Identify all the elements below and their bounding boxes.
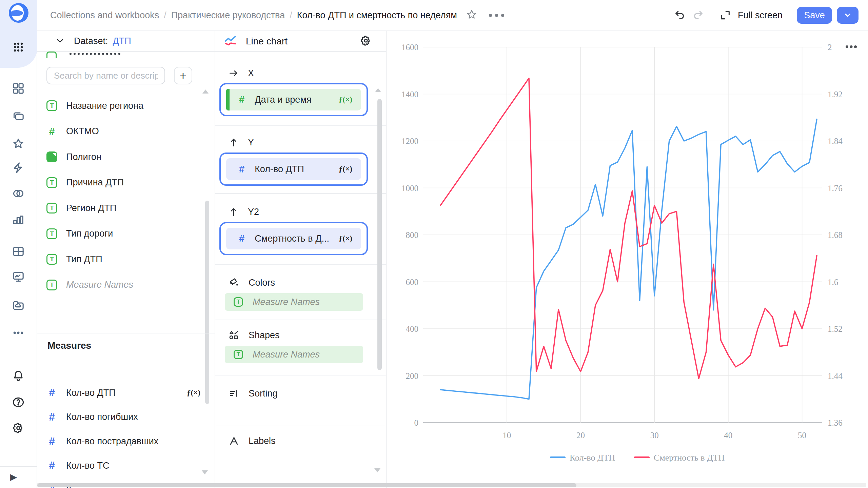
- dimension-row[interactable]: T Тип дороги: [46, 224, 206, 243]
- breadcrumb-collections[interactable]: Collections and workbooks: [50, 10, 159, 21]
- line-chart[interactable]: 01.362001.444001.526001.68001.6810001.76…: [387, 31, 868, 488]
- squares-icon[interactable]: [7, 79, 29, 98]
- dimension-row[interactable]: T Регион ДТП: [46, 199, 206, 218]
- undo-icon[interactable]: [671, 6, 689, 24]
- chart-type-label[interactable]: Line chart: [246, 36, 288, 47]
- gear-icon[interactable]: [7, 419, 29, 437]
- measures-divider: [37, 333, 215, 333]
- field-label: Кол-во пострадавших: [66, 436, 158, 447]
- breadcrumb: Collections and workbooks / Практические…: [50, 10, 457, 21]
- chart-menu-icon: [854, 45, 857, 48]
- svg-text:400: 400: [406, 324, 419, 333]
- shapes-field-pill[interactable]: T Measure Names: [225, 346, 363, 363]
- dimension-row[interactable]: T Причина ДТП: [46, 173, 206, 192]
- section-divider: [215, 375, 386, 375]
- dataset-name-link[interactable]: ДТП: [113, 36, 131, 46]
- dataset-label: Dataset:: [74, 36, 108, 46]
- dimension-row[interactable]: T Тип ДТП: [46, 250, 206, 269]
- venn-icon[interactable]: [7, 184, 29, 203]
- breadcrumb-workbook[interactable]: Практические руководства: [171, 10, 285, 21]
- help-icon[interactable]: [7, 393, 29, 411]
- chart-config-panel: Line chart X # Дата и время ƒ(×) Y: [215, 31, 387, 488]
- more-menu-icon[interactable]: [489, 14, 504, 17]
- datalens-logo[interactable]: [9, 3, 28, 23]
- svg-text:1.68: 1.68: [828, 230, 843, 240]
- y2-field-pill[interactable]: # Смертность в Д... ƒ(×): [219, 222, 368, 255]
- formula-badge: ƒ(×): [187, 388, 200, 397]
- fullscreen-icon[interactable]: [716, 6, 734, 24]
- field-label: Название региона: [66, 101, 143, 111]
- measure-row[interactable]: # Кол-во ТС: [46, 456, 206, 475]
- colors-field-pill[interactable]: T Measure Names: [225, 293, 363, 311]
- text-field-icon: T: [46, 203, 57, 214]
- y-field-label: Кол-во ДТП: [255, 164, 304, 175]
- text-field-icon: T: [46, 280, 57, 290]
- bolt-icon[interactable]: [7, 159, 29, 177]
- dimension-row[interactable]: # ОКТМО: [46, 122, 206, 141]
- save-dropdown-button[interactable]: [837, 7, 859, 24]
- svg-text:0: 0: [414, 418, 419, 427]
- text-field-icon: T: [234, 350, 243, 359]
- y-field-pill[interactable]: # Кол-во ДТП ƒ(×): [219, 152, 368, 186]
- layers-icon[interactable]: [7, 107, 29, 125]
- search-input[interactable]: [46, 67, 165, 84]
- expand-play-icon[interactable]: ▶: [10, 472, 17, 482]
- fullscreen-label[interactable]: Full screen: [738, 10, 783, 21]
- field-label: Кол-во погибших: [66, 412, 138, 422]
- left-navigation-rail: ▶: [0, 0, 37, 488]
- x-field-label: Дата и время: [255, 95, 311, 105]
- text-field-icon: T: [46, 254, 57, 265]
- redo-icon[interactable]: [689, 6, 707, 24]
- save-button[interactable]: Save: [797, 7, 832, 24]
- dataset-collapse-icon[interactable]: [55, 36, 65, 47]
- scroll-up-arrow[interactable]: [375, 88, 381, 92]
- config-scrollbar[interactable]: [377, 99, 382, 370]
- formula-badge: ƒ(×): [339, 165, 352, 174]
- svg-text:50: 50: [798, 431, 806, 440]
- monitor-chart-icon[interactable]: [7, 268, 29, 286]
- top-bar: Collections and workbooks / Практические…: [37, 0, 868, 31]
- text-field-icon: T: [46, 177, 57, 188]
- number-field-icon: #: [46, 387, 57, 399]
- favorite-star-icon[interactable]: [466, 9, 477, 22]
- measure-row[interactable]: # Кол-во ДТП ƒ(×): [46, 383, 206, 402]
- measure-row[interactable]: # Кол-во пострадавших: [46, 432, 206, 451]
- star-nav-icon[interactable]: [7, 135, 29, 153]
- dimension-row[interactable]: T Название региона: [46, 96, 206, 115]
- svg-text:20: 20: [576, 431, 585, 440]
- table-icon[interactable]: [7, 242, 29, 261]
- section-divider: [215, 264, 386, 265]
- horizontal-scrollbar[interactable]: [37, 483, 866, 487]
- x-field-pill[interactable]: # Дата и время ƒ(×): [219, 83, 368, 116]
- section-divider: [215, 125, 386, 126]
- number-field-icon: #: [46, 126, 57, 137]
- colors-section-label: Colors: [228, 277, 275, 288]
- number-field-icon: #: [239, 94, 244, 105]
- bell-icon[interactable]: [7, 367, 29, 385]
- add-field-button[interactable]: +: [174, 67, 192, 84]
- chart-menu-icon: [850, 45, 853, 48]
- svg-text:1.52: 1.52: [828, 324, 843, 333]
- dimension-row[interactable]: Полигон: [46, 147, 206, 166]
- svg-text:1.36: 1.36: [828, 418, 843, 427]
- number-field-icon: #: [239, 164, 244, 175]
- measure-row[interactable]: # Кол-во погибших: [46, 408, 206, 427]
- svg-text:40: 40: [724, 431, 732, 440]
- field-label: Регион ДТП: [66, 203, 116, 214]
- datalens-app: Collections and workbooks / Практические…: [0, 0, 868, 488]
- page-title: Кол-во ДТП и смертность по неделям: [297, 10, 457, 21]
- apps-grid-icon[interactable]: [7, 38, 29, 56]
- more-dots-icon[interactable]: [7, 324, 29, 342]
- bar-chart-icon[interactable]: [7, 210, 29, 228]
- text-field-icon: T: [46, 100, 57, 111]
- folder-cloud-icon[interactable]: [7, 296, 29, 314]
- clipped-field-row: [46, 51, 189, 58]
- scroll-down-arrow[interactable]: [374, 468, 380, 472]
- scroll-up-arrow[interactable]: [202, 89, 209, 94]
- number-field-icon: #: [239, 233, 244, 244]
- field-label: Тип ДТП: [66, 254, 102, 265]
- section-divider: [215, 320, 386, 320]
- chart-settings-gear-icon[interactable]: [359, 34, 372, 48]
- dataset-panel: Dataset: ДТП + T Название региона # ОКТМ…: [37, 31, 215, 488]
- dimension-row[interactable]: T Measure Names: [46, 276, 206, 294]
